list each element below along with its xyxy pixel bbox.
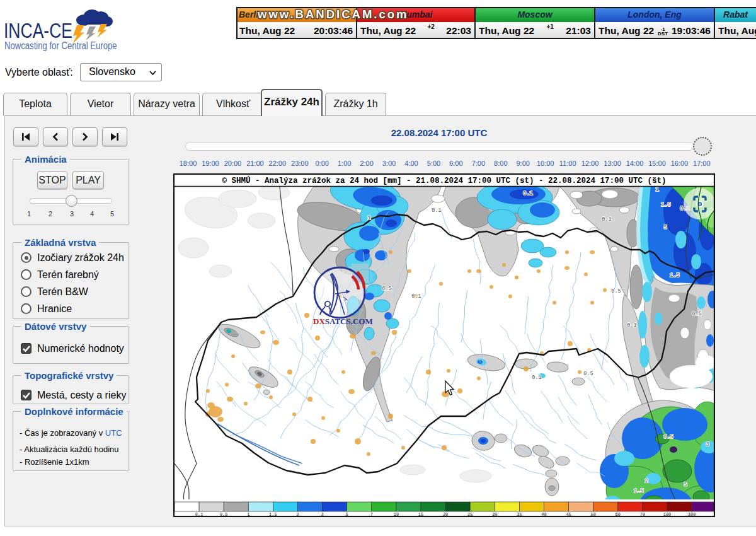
svg-text:© SHMÚ - Analýza zrážok za 24: © SHMÚ - Analýza zrážok za 24 hod [mm] -… [222,176,666,185]
svg-text:1: 1 [367,215,370,221]
svg-text:0.5: 0.5 [663,434,673,440]
svg-text:0.5: 0.5 [583,371,593,377]
svg-text:2: 2 [644,478,648,484]
svg-text:5: 5 [684,482,687,488]
svg-text:0.5: 0.5 [611,288,621,294]
svg-text:0.1: 0.1 [602,216,611,223]
svg-text:0.5: 0.5 [692,311,701,317]
svg-text:0.1: 0.1 [627,322,636,329]
svg-text:DXSATCS.COM: DXSATCS.COM [313,317,373,326]
svg-text:1: 1 [655,187,658,193]
svg-text:0.1: 0.1 [411,293,421,300]
svg-text:0.1: 0.1 [532,375,541,381]
svg-text:0.5: 0.5 [382,286,391,292]
svg-text:3: 3 [706,441,709,448]
svg-text:0.1: 0.1 [523,190,532,197]
svg-text:0.1: 0.1 [432,207,441,214]
svg-text:www.BANDICAM.com: www.BANDICAM.com [257,8,409,21]
svg-text:1.5: 1.5 [661,202,670,208]
svg-text:1.5: 1.5 [634,488,643,494]
svg-text:5: 5 [663,224,667,231]
svg-text:1.5: 1.5 [670,272,679,279]
